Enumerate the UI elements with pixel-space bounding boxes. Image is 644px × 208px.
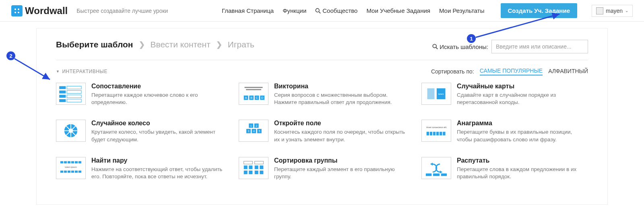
svg-text:4: 4: [253, 130, 255, 133]
main-panel: Выберите шаблон ❯ Ввести контент ❯ Играт…: [36, 28, 608, 205]
logo[interactable]: Wordwall: [11, 5, 68, 16]
chevron-right-icon: ❯: [216, 40, 222, 49]
svg-line-1: [319, 12, 320, 13]
svg-rect-63: [75, 171, 78, 173]
template-desc: Перетащите слова в каждом предложении в …: [457, 166, 588, 180]
main-nav: Главная Страница Функции Сообщество Мои …: [222, 3, 633, 18]
template-random-wheel[interactable]: Случайное колесо Крутаните колесо, чтобы…: [56, 120, 223, 143]
step-choose-template[interactable]: Выберите шаблон: [56, 40, 133, 49]
template-desc: Крутаните колесо, чтобы увидеть, какой э…: [91, 128, 223, 143]
svg-rect-8: [59, 95, 66, 98]
template-find-the-match[interactable]: lorem ipsum Найти пару Нажмите на соотве…: [56, 157, 223, 180]
nav-features[interactable]: Функции: [283, 7, 306, 14]
svg-text:3: 3: [248, 130, 250, 133]
svg-rect-53: [64, 161, 67, 163]
svg-rect-66: [255, 161, 264, 164]
template-title: Сопоставление: [91, 83, 223, 90]
svg-rect-49: [436, 132, 439, 136]
svg-rect-70: [260, 165, 263, 169]
template-grid: Сопоставление Перетащите каждое ключевое…: [56, 83, 588, 180]
step-play[interactable]: Играть: [228, 40, 254, 49]
template-search-input[interactable]: [491, 40, 588, 53]
create-activity-button[interactable]: Создать Уч. Задание: [501, 3, 577, 18]
svg-rect-78: [433, 173, 440, 176]
svg-text:5: 5: [259, 130, 260, 133]
svg-marker-75: [430, 163, 433, 165]
template-title: Случайные карты: [457, 83, 588, 90]
svg-rect-11: [67, 99, 81, 102]
tagline: Быстрее создавайте лучшие уроки: [76, 8, 168, 14]
template-thumb: [56, 120, 86, 142]
search-icon: [432, 44, 438, 49]
svg-rect-22: [427, 88, 435, 99]
brand-name: Wordwall: [25, 5, 68, 16]
svg-rect-71: [244, 171, 248, 174]
user-menu[interactable]: mayen ⌄: [592, 5, 633, 17]
section-interactives-toggle[interactable]: ▼ ИНТЕРАКТИВНЫЕ: [56, 69, 107, 74]
template-thumb: lorem: [421, 83, 451, 105]
svg-rect-6: [59, 90, 66, 93]
template-title: Викторина: [274, 83, 405, 90]
step-enter-content[interactable]: Ввести контент: [151, 40, 211, 49]
svg-rect-77: [426, 173, 431, 176]
svg-rect-60: [64, 171, 67, 173]
sort-controls: Сортировать по: САМЫЕ ПОПУЛЯРНЫЕ АЛФАВИТ…: [431, 67, 588, 75]
svg-rect-10: [59, 99, 66, 102]
svg-text:D: D: [261, 96, 263, 100]
svg-rect-57: [78, 161, 81, 163]
svg-point-2: [433, 44, 436, 48]
template-unjumble[interactable]: Распутать Перетащите слова в каждом пред…: [421, 157, 588, 180]
template-thumb: 1 2 3 4 5: [239, 120, 268, 142]
nav-home[interactable]: Главная Страница: [222, 7, 274, 14]
svg-rect-61: [68, 171, 70, 173]
svg-rect-64: [78, 171, 81, 173]
template-desc: Сдавайте карт в случайном порядке из пер…: [457, 92, 588, 106]
svg-rect-48: [433, 132, 436, 136]
sort-most-popular[interactable]: САМЫЕ ПОПУЛЯРНЫЕ: [480, 67, 543, 75]
svg-text:lorem: lorem: [438, 93, 444, 95]
svg-text:B: B: [250, 96, 252, 100]
svg-rect-69: [255, 165, 258, 169]
template-anagram[interactable]: Amet consectetur elit Анаграмма Перетащи…: [421, 120, 588, 143]
nav-community[interactable]: Сообщество: [315, 7, 357, 14]
divider: [56, 60, 588, 60]
sort-alphabetical[interactable]: АЛФАВИТНЫЙ: [548, 68, 588, 75]
template-thumb: Amet consectetur elit: [421, 120, 451, 142]
svg-text:lorem ipsum: lorem ipsum: [65, 165, 77, 168]
template-thumb: [421, 157, 451, 179]
template-desc: Нажмите на соответствующий ответ, чтобы …: [91, 166, 223, 180]
nav-my-activities[interactable]: Мои Учебные Задания: [366, 7, 430, 14]
svg-rect-4: [59, 86, 66, 89]
svg-rect-68: [249, 165, 252, 169]
svg-text:Amet consectetur elit: Amet consectetur elit: [426, 126, 447, 129]
template-group-sort[interactable]: Сортировка группы Перетащите каждый элем…: [239, 157, 405, 180]
chevron-right-icon: ❯: [139, 40, 145, 49]
template-desc: Перетащите каждый элемент в его правильн…: [274, 166, 405, 180]
svg-rect-72: [249, 171, 252, 174]
logo-icon: [11, 5, 23, 16]
template-desc: Перетащите буквы в их правильные позиции…: [457, 128, 588, 143]
template-thumb: [239, 157, 268, 179]
svg-rect-74: [260, 171, 263, 174]
svg-rect-79: [441, 173, 447, 176]
svg-rect-73: [255, 171, 258, 174]
avatar-icon: [596, 7, 603, 14]
header: Wordwall Быстрее создавайте лучшие уроки…: [0, 0, 644, 22]
svg-rect-65: [244, 161, 253, 164]
template-desc: Перетащите каждое ключевое слово к его о…: [91, 92, 223, 106]
svg-rect-59: [60, 171, 63, 173]
nav-my-results[interactable]: Мои Результаты: [439, 7, 485, 14]
svg-rect-7: [67, 90, 81, 93]
svg-rect-51: [443, 132, 445, 136]
svg-rect-50: [440, 132, 442, 136]
svg-text:2: 2: [256, 124, 257, 127]
template-open-the-box[interactable]: 1 2 3 4 5 Откройте поле Коснитесь каждог…: [239, 120, 405, 143]
template-random-cards[interactable]: lorem Случайные карты Сдавайте карт в сл…: [421, 83, 588, 106]
template-match-up[interactable]: Сопоставление Перетащите каждое ключевое…: [56, 83, 223, 106]
search-icon: [315, 8, 321, 14]
svg-rect-52: [60, 161, 63, 163]
template-desc: Серия вопросов с множественным выбором. …: [274, 92, 405, 106]
template-quiz[interactable]: A B C D Викторина Серия вопросов с множе…: [239, 83, 405, 106]
template-search: Искать шаблоны:: [432, 40, 588, 53]
svg-rect-13: [246, 89, 261, 90]
